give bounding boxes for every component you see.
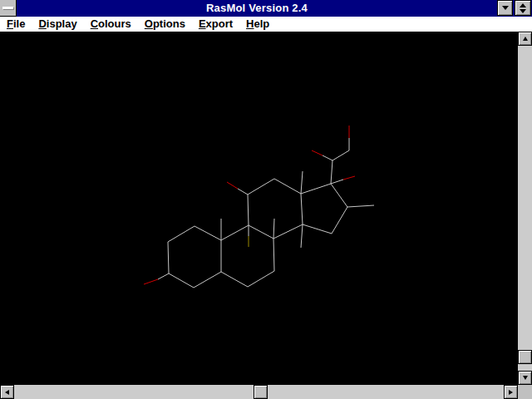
scrollbar-corner bbox=[518, 385, 532, 399]
control-menu-icon bbox=[2, 7, 13, 9]
vertical-scrollbar[interactable] bbox=[518, 32, 532, 385]
menu-file[interactable]: File bbox=[0, 17, 32, 32]
menu-options[interactable]: Options bbox=[138, 17, 192, 32]
title-bar[interactable]: RasMol Version 2.4 bbox=[0, 0, 532, 17]
minimize-icon bbox=[502, 6, 509, 10]
menu-display[interactable]: Display bbox=[32, 17, 83, 32]
scroll-left-icon bbox=[5, 390, 9, 395]
menu-colours[interactable]: Colours bbox=[84, 17, 138, 32]
scroll-down-icon bbox=[523, 376, 528, 380]
horizontal-scroll-thumb[interactable] bbox=[254, 385, 268, 399]
menu-export[interactable]: Export bbox=[192, 17, 239, 32]
scroll-up-button[interactable] bbox=[518, 32, 532, 46]
molecule-wireframe bbox=[0, 32, 518, 385]
menu-bar: File Display Colours Options Export Help bbox=[0, 17, 532, 32]
vertical-scroll-thumb[interactable] bbox=[518, 350, 532, 364]
scroll-down-button[interactable] bbox=[518, 371, 532, 385]
restore-down-icon bbox=[520, 9, 526, 13]
scroll-left-button[interactable] bbox=[0, 385, 14, 399]
scroll-right-icon bbox=[509, 390, 513, 395]
control-menu-button[interactable] bbox=[0, 0, 17, 17]
window-title: RasMol Version 2.4 bbox=[17, 2, 497, 14]
restore-up-icon bbox=[520, 3, 526, 7]
restore-button[interactable] bbox=[515, 0, 531, 16]
horizontal-scrollbar[interactable] bbox=[0, 385, 518, 399]
scroll-right-button[interactable] bbox=[504, 385, 518, 399]
menu-help[interactable]: Help bbox=[239, 17, 276, 32]
molecule-canvas[interactable] bbox=[0, 32, 518, 385]
minimize-button[interactable] bbox=[497, 0, 513, 16]
scroll-up-icon bbox=[523, 37, 528, 41]
